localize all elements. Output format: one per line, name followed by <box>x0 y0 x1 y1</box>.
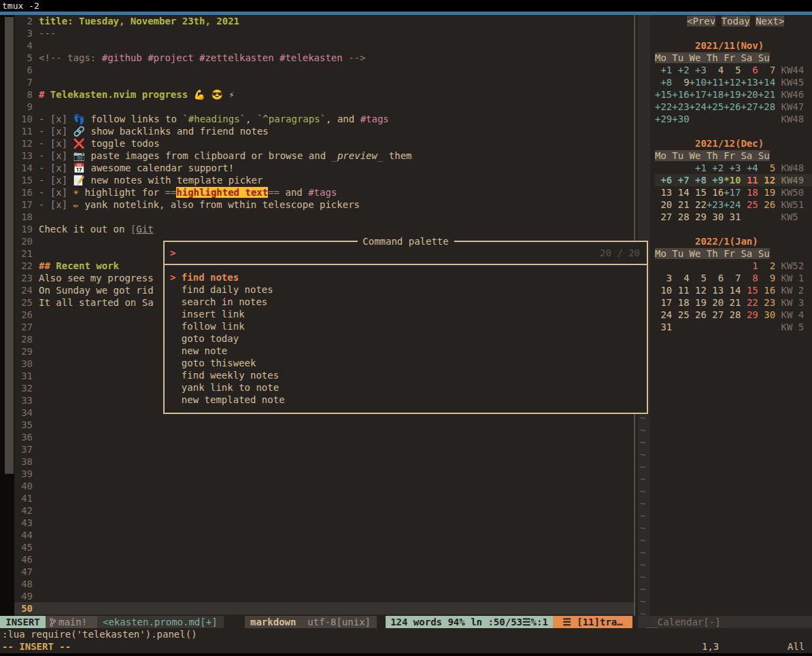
calendar-day[interactable]: +30 <box>672 114 689 124</box>
editor-line[interactable]: 14- [x] 📅 awesome calendar support! <box>14 162 634 174</box>
palette-item[interactable]: yank link to note <box>170 381 641 394</box>
calendar-day[interactable]: +3 <box>724 162 741 173</box>
editor-line[interactable]: 37 <box>14 443 634 455</box>
calendar-day[interactable]: 14 <box>724 285 741 296</box>
calendar-day[interactable]: 27 <box>707 309 724 320</box>
editor-line[interactable]: 5<!-- tags: #github #project #zettelkast… <box>14 52 634 64</box>
calendar-day[interactable]: +19 <box>724 89 741 100</box>
calendar-day[interactable]: 18 <box>672 297 689 308</box>
calendar-day[interactable]: 26 <box>758 199 775 210</box>
calendar-day[interactable]: 15 <box>690 187 707 198</box>
calendar-day[interactable]: 29 <box>741 309 758 320</box>
editor-line[interactable]: 46 <box>14 553 634 566</box>
calendar-day[interactable]: +1 <box>690 162 707 173</box>
palette-item[interactable]: > find notes <box>170 271 641 283</box>
calendar-day[interactable]: 5 <box>690 273 707 283</box>
command-line[interactable]: :lua require('telekasten').panel() <box>2 628 197 640</box>
calendar-day[interactable]: +16 <box>672 89 689 100</box>
editor-line[interactable]: 39 <box>14 468 634 480</box>
calendar-day[interactable]: 13 <box>707 285 724 296</box>
editor-line[interactable]: 47 <box>14 566 634 578</box>
calendar-day[interactable]: 29 <box>690 211 707 222</box>
calendar-day[interactable]: 16 <box>758 285 775 296</box>
calendar-day[interactable]: +6 <box>655 175 672 186</box>
editor-line[interactable]: 2title: Tuesday, November 23th, 2021 <box>14 15 634 27</box>
editor-line[interactable]: 36 <box>14 431 634 443</box>
calendar-next-button[interactable]: Next> <box>756 16 784 27</box>
calendar-day[interactable]: 22 <box>690 199 707 210</box>
calendar-day[interactable]: +24 <box>690 101 707 112</box>
calendar-day[interactable]: 4 <box>672 273 689 283</box>
calendar-day[interactable]: 31 <box>655 322 672 332</box>
editor-line[interactable]: 4 <box>14 39 634 52</box>
calendar-day[interactable]: 7 <box>724 273 741 283</box>
calendar-day[interactable]: 12 <box>690 285 707 296</box>
scrollbar-thumb[interactable] <box>5 17 14 474</box>
calendar-day[interactable]: 9 <box>758 273 775 283</box>
editor-line[interactable]: 38 <box>14 455 634 468</box>
editor-line[interactable]: 43 <box>14 517 634 529</box>
calendar-day[interactable]: +22 <box>655 101 672 112</box>
scrollbar-track[interactable] <box>0 15 14 616</box>
calendar-day[interactable]: 5 <box>724 65 741 75</box>
calendar-day[interactable]: 9 <box>672 77 689 88</box>
calendar-day[interactable]: +17 <box>690 89 707 100</box>
editor-line[interactable]: 12- [x] ❌ toggle todos <box>14 137 634 150</box>
editor-line[interactable]: 13- [x] 📷 paste images from clipboard or… <box>14 150 634 162</box>
calendar-day[interactable]: *10 <box>724 175 741 186</box>
editor-line[interactable]: 48 <box>14 578 634 590</box>
calendar-day[interactable]: 17 <box>655 297 672 308</box>
editor-line[interactable]: 3--- <box>14 27 634 39</box>
calendar-day[interactable]: +25 <box>707 101 724 112</box>
calendar-day[interactable]: +27 <box>741 101 758 112</box>
calendar-day[interactable]: 21 <box>724 297 741 308</box>
calendar-day[interactable]: 14 <box>672 187 689 198</box>
calendar-day[interactable]: 22 <box>741 297 758 308</box>
calendar-day[interactable]: +17 <box>724 187 741 198</box>
palette-item[interactable]: insert link <box>170 308 641 320</box>
editor-line[interactable]: 40 <box>14 480 634 492</box>
calendar-day[interactable]: +15 <box>655 89 672 100</box>
calendar-day[interactable]: 18 <box>741 187 758 198</box>
calendar-day[interactable]: 28 <box>672 211 689 222</box>
calendar-day[interactable]: +23 <box>672 101 689 112</box>
calendar-day[interactable]: 11 <box>672 285 689 296</box>
editor-line[interactable]: 7 <box>14 76 634 88</box>
editor-line[interactable]: 50 <box>14 602 634 615</box>
calendar-day[interactable]: +24 <box>724 199 741 210</box>
editor-line[interactable]: 18 <box>14 211 634 223</box>
calendar-day[interactable]: 10 <box>655 285 672 296</box>
calendar-day[interactable]: 25 <box>741 199 758 210</box>
palette-item[interactable]: find daily notes <box>170 283 641 296</box>
editor-line[interactable]: 49 <box>14 590 634 602</box>
calendar-day[interactable]: +14 <box>758 77 775 88</box>
calendar-day[interactable]: 26 <box>690 309 707 320</box>
calendar-day[interactable]: 30 <box>758 309 775 320</box>
editor-line[interactable]: 10- [x] 👣 follow links to `#headings`, `… <box>14 113 634 125</box>
palette-item[interactable]: search in notes <box>170 296 641 308</box>
calendar-day[interactable]: 19 <box>690 297 707 308</box>
calendar-day[interactable]: 30 <box>707 211 724 222</box>
calendar-day[interactable]: +20 <box>741 89 758 100</box>
calendar-day[interactable]: +29 <box>655 114 672 124</box>
calendar-day[interactable]: +2 <box>672 65 689 75</box>
calendar-day[interactable]: +11 <box>707 77 724 88</box>
calendar-day[interactable]: +21 <box>758 89 775 100</box>
calendar-day[interactable]: 1 <box>741 260 758 271</box>
editor-line[interactable]: 41 <box>14 492 634 504</box>
palette-item[interactable]: new note <box>170 345 641 357</box>
editor-line[interactable]: 19Check it out on [Git <box>14 223 634 235</box>
calendar-day[interactable]: 6 <box>707 273 724 283</box>
calendar-day[interactable]: 4 <box>707 65 724 75</box>
calendar-day[interactable]: +2 <box>707 162 724 173</box>
editor-line[interactable]: 35 <box>14 419 634 431</box>
editor-line[interactable]: 9 <box>14 101 634 113</box>
editor-line[interactable]: 6 <box>14 64 634 76</box>
calendar-day[interactable]: 20 <box>655 199 672 210</box>
calendar-day[interactable]: 21 <box>672 199 689 210</box>
calendar-day[interactable]: 13 <box>655 187 672 198</box>
editor-line[interactable]: 44 <box>14 529 634 541</box>
editor-line[interactable]: 17- [x] ✏ yank notelink, also from wthin… <box>14 198 634 211</box>
calendar-day[interactable]: +28 <box>758 101 775 112</box>
editor-line[interactable]: 11- [x] 🔗 show backlinks and friend note… <box>14 125 634 137</box>
